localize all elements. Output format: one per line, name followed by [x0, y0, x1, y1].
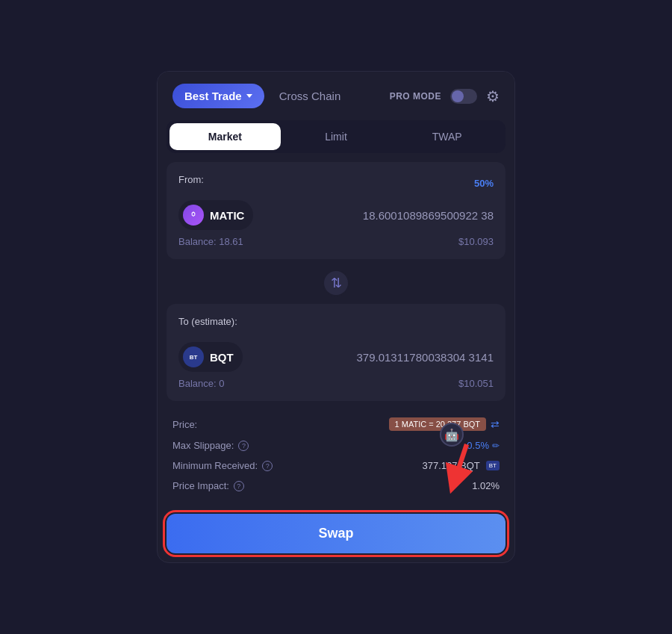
swap-arrows-icon: ⇅	[331, 275, 342, 291]
settings-button[interactable]: ⚙	[486, 87, 500, 105]
price-label: Price:	[172, 419, 197, 430]
min-received-value-row: 377.127 BQT BT	[422, 460, 500, 471]
bqt-icon: BT	[183, 346, 204, 367]
slippage-edit-icon[interactable]: ✏	[492, 441, 500, 451]
toggle-thumb	[452, 90, 464, 102]
cross-chain-button[interactable]: Cross Chain	[270, 84, 350, 108]
to-balance: Balance: 0	[178, 378, 224, 389]
matic-icon	[183, 205, 204, 226]
from-usd: $10.093	[458, 236, 494, 247]
header-right: PRO MODE ⚙	[390, 87, 500, 105]
min-received-value: 377.127 BQT	[422, 460, 479, 471]
price-impact-value: 1.02%	[472, 480, 500, 491]
robot-icon: 🤖	[440, 423, 464, 447]
min-received-help-icon[interactable]: ?	[262, 461, 273, 471]
pro-mode-toggle[interactable]	[450, 89, 477, 104]
from-section: From: 50% MATIC 18.6001089869500922 38 B…	[167, 162, 505, 259]
from-balance-row: Balance: 18.61 $10.093	[178, 236, 494, 247]
tab-twap[interactable]: TWAP	[391, 123, 503, 150]
from-header: From: 50%	[178, 174, 494, 193]
from-percent[interactable]: 50%	[474, 178, 494, 189]
from-token-name: MATIC	[210, 209, 244, 222]
header-left: Best Trade Cross Chain	[172, 84, 349, 108]
price-tag: 1 MATIC = 20.377 BQT	[389, 417, 486, 431]
from-amount: 18.6001089869500922 38	[363, 209, 494, 222]
cross-chain-label: Cross Chain	[279, 90, 341, 102]
chevron-down-icon	[246, 94, 252, 98]
best-trade-label: Best Trade	[184, 90, 242, 102]
slippage-value: 0.5%	[467, 440, 489, 451]
gear-icon: ⚙	[486, 88, 500, 105]
swap-button-label: Swap	[318, 526, 353, 541]
to-token-row: BT BQT 379.01311780038304 3141	[178, 342, 494, 372]
best-trade-button[interactable]: Best Trade	[172, 84, 264, 108]
min-received-token-badge: BT	[486, 461, 500, 470]
to-balance-row: Balance: 0 $10.051	[178, 378, 494, 389]
to-usd: $10.051	[458, 378, 494, 389]
to-token-name: BQT	[210, 351, 234, 364]
pro-mode-label: PRO MODE	[390, 91, 441, 102]
price-swap-icon[interactable]: ⇄	[491, 418, 500, 430]
to-amount: 379.01311780038304 3141	[356, 351, 494, 364]
to-section: To (estimate): BT BQT 379.01311780038304…	[167, 304, 505, 401]
info-section: Price: 1 MATIC = 20.377 BQT ⇄ Max Slippa…	[158, 404, 514, 505]
from-token-row: MATIC 18.6001089869500922 38	[178, 200, 494, 230]
price-value: 1 MATIC = 20.377 BQT	[395, 420, 480, 429]
swap-button[interactable]: Swap	[167, 514, 505, 553]
slippage-help-icon[interactable]: ?	[238, 441, 249, 451]
slippage-label: Max Slippage: ?	[172, 440, 249, 451]
price-impact-row: Price Impact: ? 1.02%	[172, 476, 500, 496]
header: Best Trade Cross Chain PRO MODE ⚙	[158, 72, 514, 120]
price-impact-help-icon[interactable]: ?	[234, 481, 244, 491]
from-balance: Balance: 18.61	[178, 236, 243, 247]
price-impact-label: Price Impact: ?	[172, 480, 244, 491]
from-label: From:	[178, 174, 204, 185]
tab-limit[interactable]: Limit	[281, 123, 392, 150]
to-token-selector[interactable]: BT BQT	[178, 342, 243, 372]
from-token-selector[interactable]: MATIC	[178, 200, 253, 230]
tab-market[interactable]: Market	[169, 123, 281, 150]
trade-tabs: Market Limit TWAP	[167, 120, 505, 153]
to-label: To (estimate):	[178, 316, 237, 327]
swap-direction-container: ⇅	[158, 262, 514, 304]
min-received-label: Minimum Received: ?	[172, 460, 273, 471]
swap-direction-button[interactable]: ⇅	[323, 270, 349, 296]
to-header: To (estimate):	[178, 316, 494, 335]
swap-button-container: Swap	[158, 505, 514, 562]
slippage-value-row: 0.5% ✏	[467, 440, 500, 451]
min-received-row: Minimum Received: ? 377.127 BQT BT	[172, 456, 500, 476]
